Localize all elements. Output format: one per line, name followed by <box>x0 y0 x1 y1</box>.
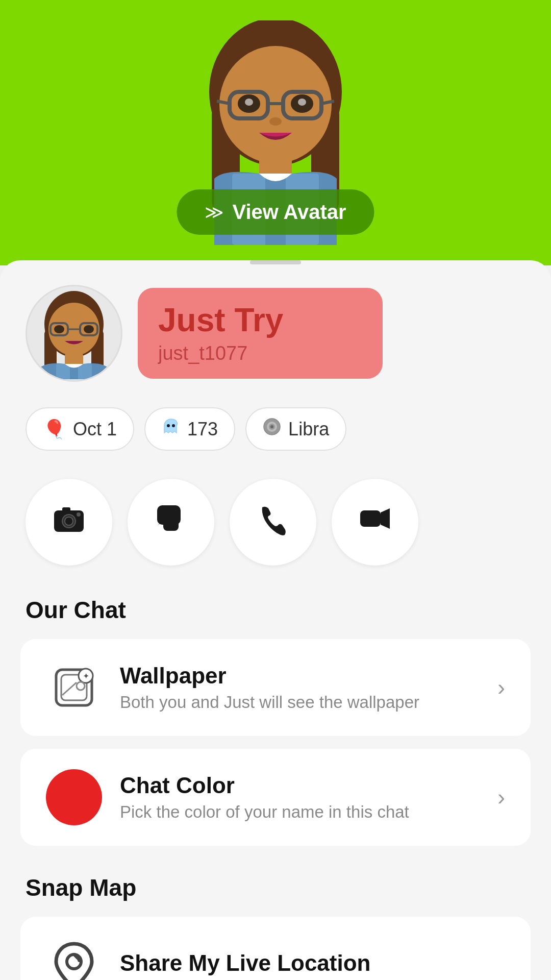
score-label: 173 <box>187 419 218 440</box>
username: just_t1077 <box>158 342 362 364</box>
svg-point-12 <box>298 99 306 106</box>
zodiac-pill[interactable]: Libra <box>245 407 346 451</box>
wallpaper-item[interactable]: ✦ Wallpaper Both you and Just will see t… <box>20 639 531 736</box>
video-button[interactable] <box>332 479 418 566</box>
svg-point-13 <box>269 117 282 126</box>
chat-color-title: Chat Color <box>120 773 480 798</box>
svg-point-38 <box>65 517 73 525</box>
display-name: Just Try <box>158 302 362 338</box>
svg-point-54 <box>78 958 82 962</box>
name-card: Just Try just_t1077 <box>138 288 383 378</box>
live-location-title: Share My Live Location <box>120 950 505 976</box>
live-location-item[interactable]: Share My Live Location <box>20 917 531 980</box>
birthday-label: Oct 1 <box>73 419 117 440</box>
svg-rect-39 <box>62 507 70 512</box>
location-icon <box>46 937 102 980</box>
our-chat-section-header: Our Chat <box>0 596 551 639</box>
chat-color-subtitle: Pick the color of your name in this chat <box>120 802 480 822</box>
wallpaper-title: Wallpaper <box>120 663 480 689</box>
view-avatar-label: View Avatar <box>232 201 346 224</box>
chat-color-chevron-icon: › <box>497 785 505 810</box>
svg-rect-42 <box>163 517 179 531</box>
chevron-down-icon: ≫ <box>205 203 224 222</box>
wallpaper-chevron-icon: › <box>497 675 505 700</box>
svg-point-31 <box>172 424 175 427</box>
svg-point-25 <box>54 325 64 333</box>
drag-handle <box>250 260 301 264</box>
pills-row: 🎈 Oct 1 173 Libra <box>0 407 551 479</box>
svg-text:✦: ✦ <box>83 672 89 680</box>
svg-rect-44 <box>360 510 381 527</box>
bottom-sheet: Just Try just_t1077 🎈 Oct 1 173 <box>0 260 551 980</box>
zodiac-icon <box>263 418 281 440</box>
snap-map-section-header: Snap Map <box>0 874 551 917</box>
balloon-icon: 🎈 <box>43 419 66 440</box>
svg-line-50 <box>62 682 77 695</box>
svg-point-51 <box>77 682 85 690</box>
birthday-pill[interactable]: 🎈 Oct 1 <box>26 407 134 451</box>
chat-icon <box>153 501 189 544</box>
svg-point-30 <box>167 424 170 427</box>
avatar[interactable] <box>26 285 122 382</box>
svg-point-26 <box>84 325 94 333</box>
chat-color-icon <box>46 769 102 825</box>
view-avatar-button[interactable]: ≫ View Avatar <box>177 189 374 235</box>
phone-icon <box>255 501 291 544</box>
svg-marker-45 <box>381 508 390 529</box>
phone-button[interactable] <box>230 479 316 566</box>
wallpaper-subtitle: Both you and Just will see the wallpaper <box>120 693 480 712</box>
live-location-text: Share My Live Location <box>120 950 505 980</box>
svg-point-11 <box>245 99 253 106</box>
ghost-icon <box>162 418 180 440</box>
chat-color-text: Chat Color Pick the color of your name i… <box>120 773 480 822</box>
hero-section: ≫ View Avatar <box>0 0 551 265</box>
wallpaper-icon: ✦ <box>46 659 102 716</box>
profile-row: Just Try just_t1077 <box>0 285 551 407</box>
wallpaper-text: Wallpaper Both you and Just will see the… <box>120 663 480 712</box>
camera-icon <box>51 501 87 544</box>
chat-button[interactable] <box>128 479 214 566</box>
svg-point-40 <box>77 512 81 517</box>
video-icon <box>357 501 393 544</box>
chat-color-item[interactable]: Chat Color Pick the color of your name i… <box>20 749 531 846</box>
svg-point-35 <box>270 425 273 428</box>
actions-row <box>0 479 551 596</box>
score-pill[interactable]: 173 <box>144 407 235 451</box>
camera-button[interactable] <box>26 479 112 566</box>
zodiac-label: Libra <box>288 419 329 440</box>
